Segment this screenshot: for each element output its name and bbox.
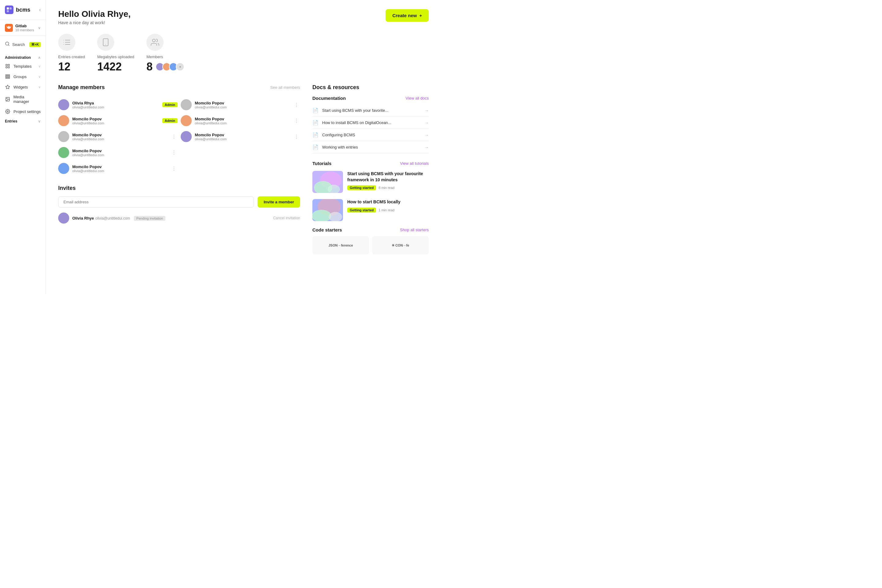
- member-badge: Admin: [162, 118, 178, 123]
- pending-badge: Pending invitation: [134, 216, 165, 221]
- code-starter-card[interactable]: ✳ CON→fe: [372, 236, 429, 255]
- member-name: Momcilo Popov: [72, 133, 167, 137]
- app-logo-text: bcms: [16, 7, 30, 13]
- member-avatar: [58, 99, 69, 110]
- sidebar-item-groups[interactable]: Groups ∨: [0, 71, 46, 82]
- member-row: Momcilo Popov olivia@untitledui.com ⋮: [181, 129, 300, 144]
- members-value: 8: [146, 60, 153, 73]
- entries-created-value: 12: [58, 60, 70, 73]
- member-row: Momcilo Popov olivia@untitledui.com ⋮: [181, 97, 300, 113]
- svg-line-5: [8, 45, 9, 46]
- megabytes-uploaded-icon: [97, 34, 114, 51]
- doc-item[interactable]: 📄 Start using BCMS with your favorite...…: [312, 104, 429, 117]
- sidebar-collapse-button[interactable]: ‹: [39, 7, 41, 12]
- member-email: olivia@untitledui.com: [72, 169, 167, 173]
- tutorial-card[interactable]: Start using BCMS with your favourite fra…: [312, 171, 429, 193]
- tutorial-content: Start using BCMS with your favourite fra…: [347, 171, 429, 193]
- sidebar: bcms ‹ Gitlab 10 members ∨ Search ⌘+K: [0, 0, 46, 294]
- invite-email-input[interactable]: [58, 196, 254, 208]
- doc-item[interactable]: 📄 Working with entries →: [312, 141, 429, 153]
- tutorial-card[interactable]: How to start BCMS locally Getting starte…: [312, 199, 429, 221]
- documentation-label: Documentation: [312, 96, 346, 101]
- member-options-button[interactable]: ⋮: [170, 165, 178, 173]
- svg-rect-1: [9, 8, 12, 9]
- create-new-button[interactable]: Create new +: [386, 9, 429, 22]
- megabytes-uploaded-value: 1422: [97, 60, 122, 73]
- member-options-button[interactable]: ⋮: [170, 148, 178, 157]
- svg-rect-12: [6, 78, 9, 78]
- code-starter-card[interactable]: JSON→ference: [312, 236, 369, 255]
- doc-arrow-icon: →: [424, 133, 429, 138]
- sidebar-item-project-settings[interactable]: Project settings: [0, 106, 46, 117]
- member-name: Momcilo Popov: [195, 133, 290, 137]
- tutorial-tag: Getting started: [347, 185, 376, 190]
- member-info: Momcilo Popov olivia@untitledui.com: [72, 133, 167, 141]
- shop-all-starters-link[interactable]: Shop all starters: [400, 228, 429, 232]
- workspace-chevron-icon: ∨: [38, 26, 41, 30]
- member-name: Momcilo Popov: [72, 165, 167, 169]
- member-options-button[interactable]: ⋮: [293, 117, 300, 125]
- workspace-icon: [5, 24, 13, 32]
- member-avatars: +: [156, 63, 184, 71]
- doc-item[interactable]: 📄 Configuring BCMS →: [312, 129, 429, 141]
- media-manager-icon: [5, 96, 10, 102]
- tutorial-thumbnail: [312, 199, 343, 221]
- doc-arrow-icon: →: [424, 108, 429, 113]
- view-all-tutorials-link[interactable]: View all tutorials: [400, 161, 429, 166]
- workspace-name: Gitlab: [15, 24, 34, 28]
- member-options-button[interactable]: ⋮: [293, 101, 300, 109]
- see-all-members-link[interactable]: See all members: [270, 85, 300, 90]
- invite-member-button[interactable]: Invite a member: [258, 196, 300, 208]
- member-options-button[interactable]: ⋮: [293, 133, 300, 141]
- svg-rect-7: [8, 64, 9, 66]
- members-icon: [146, 34, 164, 51]
- tutorial-tags: Getting started 1 min read: [347, 208, 429, 213]
- sidebar-entries-section[interactable]: Entries ∨: [0, 117, 46, 126]
- member-email: olivia@untitledui.com: [72, 121, 159, 125]
- member-row: Momcilo Popov olivia@untitledui.com Admi…: [58, 113, 178, 129]
- search-bar[interactable]: Search ⌘+K: [0, 38, 46, 51]
- member-badge: Admin: [162, 102, 178, 107]
- member-email: olivia@untitledui.com: [72, 153, 167, 157]
- member-info: Momcilo Popov olivia@untitledui.com: [195, 117, 290, 125]
- cancel-invitation-link[interactable]: Cancel invitation: [273, 216, 300, 220]
- sidebar-item-media-manager[interactable]: Media manager: [0, 92, 46, 106]
- pending-name: Olivia Rhye: [72, 216, 94, 220]
- stats-row: Entries created 12 Megabytes uploaded 14…: [58, 34, 429, 73]
- docs-header-row: Documentation View all docs: [312, 96, 429, 101]
- greeting-title: Hello Olivia Rhye,: [58, 9, 131, 19]
- entries-chevron-icon: ∨: [38, 119, 41, 123]
- stat-members: Members 8 +: [146, 34, 184, 73]
- workspace-selector[interactable]: Gitlab 10 members ∨: [0, 20, 46, 36]
- sidebar-item-templates[interactable]: Templates ∨: [0, 61, 46, 71]
- member-avatar: [181, 131, 192, 142]
- member-row: Momcilo Popov olivia@untitledui.com ⋮: [58, 129, 178, 144]
- member-options-button[interactable]: ⋮: [170, 133, 178, 141]
- tutorial-tags: Getting started 8 min read: [347, 185, 429, 190]
- tutorials-title: Tutorials: [312, 161, 332, 166]
- tutorial-read-time: 1 min read: [378, 208, 394, 212]
- member-name: Olivia Rhya: [72, 101, 159, 105]
- megabytes-uploaded-label: Megabytes uploaded: [97, 54, 134, 59]
- groups-icon: [5, 74, 10, 80]
- view-all-docs-link[interactable]: View all docs: [405, 96, 429, 100]
- templates-label: Templates: [14, 64, 32, 69]
- templates-icon: [5, 63, 10, 69]
- member-name: Momcilo Popov: [195, 101, 290, 105]
- sidebar-item-widgets[interactable]: Widgets ∨: [0, 82, 46, 92]
- administration-chevron-icon[interactable]: ∧: [38, 56, 41, 60]
- administration-label: Administration: [5, 56, 31, 60]
- svg-rect-0: [7, 8, 9, 9]
- doc-item[interactable]: 📄 How to install BCMS on DigitalOcean...…: [312, 117, 429, 129]
- member-avatar: [58, 131, 69, 142]
- code-starters-section: Code starters Shop all starters JSON→fer…: [312, 227, 429, 255]
- member-email: olivia@untitledui.com: [195, 137, 290, 141]
- greeting-subtitle: Have a nice day at work!: [58, 20, 131, 25]
- create-new-label: Create new: [392, 13, 417, 18]
- member-info: Momcilo Popov olivia@untitledui.com: [72, 148, 167, 157]
- tutorials-header: Tutorials View all tutorials: [312, 161, 429, 166]
- doc-arrow-icon: →: [424, 120, 429, 125]
- docs-list: 📄 Start using BCMS with your favorite...…: [312, 104, 429, 153]
- entries-created-icon: [58, 34, 75, 51]
- member-email: olivia@untitledui.com: [195, 105, 290, 109]
